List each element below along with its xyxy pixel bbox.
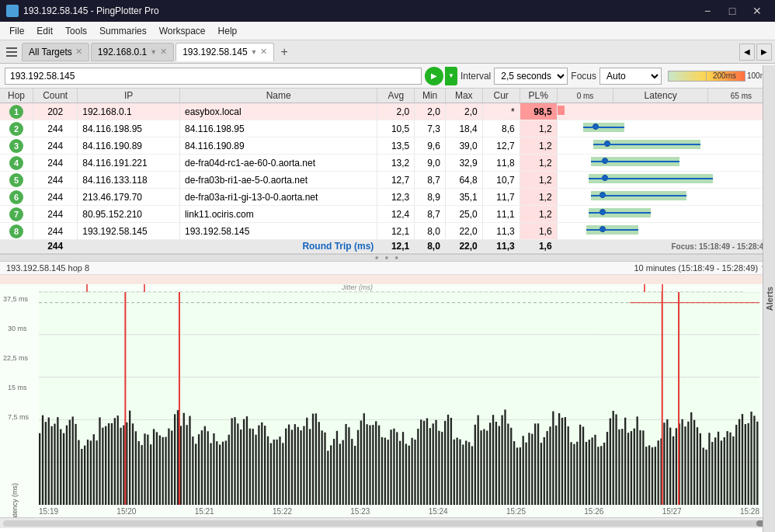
time-1520: 15!20 xyxy=(116,507,136,516)
hop-count: 202 xyxy=(33,103,78,120)
hop-name: de-fra03a-ri1-gi-13-0-0.aorta.net xyxy=(179,189,377,206)
hop-avg: 13,2 xyxy=(377,155,415,172)
tab-menu-button[interactable] xyxy=(3,43,20,61)
time-1521: 15:21 xyxy=(195,507,214,516)
hop-max: 39,0 xyxy=(445,137,482,155)
hop-avg: 10,5 xyxy=(377,120,415,137)
table-row[interactable]: 6244213.46.179.70de-fra03a-ri1-gi-13-0-0… xyxy=(0,189,775,206)
nav-arrows: ◀ ▶ xyxy=(739,43,772,61)
menu-help[interactable]: Help xyxy=(212,24,244,38)
latency-scale: 100ms 200ms xyxy=(668,68,770,85)
svg-text:Jitter (ms): Jitter (ms) xyxy=(341,283,373,291)
focus-select[interactable]: Auto Manual xyxy=(599,68,662,85)
summary-empty xyxy=(78,240,180,253)
hop-number: 4 xyxy=(0,155,33,172)
hop-min: 8,9 xyxy=(415,189,446,206)
hop-min: 8,7 xyxy=(415,206,446,223)
time-1523: 15:23 xyxy=(350,507,370,516)
chart-area: 193.192.58.145 hop 8 10 minutes (15:18:4… xyxy=(0,262,775,532)
tab-all-targets-close[interactable]: ✕ xyxy=(75,47,82,57)
hop-ip: 84.116.190.89 xyxy=(78,137,180,155)
hop-count: 244 xyxy=(33,206,78,223)
table-row[interactable]: 224484.116.198.9584.116.198.9510,57,318,… xyxy=(0,120,775,137)
tab-193-close[interactable]: ✕ xyxy=(260,47,267,57)
scrollbar-track[interactable] xyxy=(3,520,772,527)
hop-avg: 13,5 xyxy=(377,137,415,155)
col-max: Max xyxy=(445,89,482,103)
maximize-button[interactable]: □ xyxy=(721,2,744,19)
svg-rect-1 xyxy=(0,275,775,284)
address-input[interactable]: 193.192.58.145 xyxy=(5,68,422,85)
hop-count: 244 xyxy=(33,120,78,137)
hop-min: 7,3 xyxy=(415,120,446,137)
hop-latency-bar xyxy=(557,189,774,206)
hop-pl: 98,5 xyxy=(520,103,557,120)
resize-handle[interactable]: • • • xyxy=(0,254,775,262)
summary-max: 22,0 xyxy=(445,240,482,253)
hop-avg: 12,4 xyxy=(377,206,415,223)
col-min: Min xyxy=(415,89,446,103)
svg-text:15 ms: 15 ms xyxy=(8,384,27,391)
hop-pl: 1,6 xyxy=(520,223,557,240)
hop-cur: 11,8 xyxy=(482,155,520,172)
tab-192[interactable]: 192.168.0.1 ▼ ✕ xyxy=(91,43,174,61)
hop-max: 25,0 xyxy=(445,206,482,223)
menu-workspace[interactable]: Workspace xyxy=(153,24,212,38)
col-ip: IP xyxy=(78,89,180,103)
tab-all-targets[interactable]: All Targets ✕ xyxy=(22,43,89,61)
title-bar: 193.192.58.145 - PingPlotter Pro − □ ✕ xyxy=(0,0,775,22)
hop-avg: 12,1 xyxy=(377,223,415,240)
nav-forward[interactable]: ▶ xyxy=(756,43,772,61)
minimize-button[interactable]: − xyxy=(696,2,719,19)
tab-193-label: 193.192.58.145 xyxy=(182,47,247,57)
hop-max: 18,4 xyxy=(445,120,482,137)
hop-pl: 1,2 xyxy=(520,155,557,172)
hop-cur: 8,6 xyxy=(482,120,520,137)
menu-tools[interactable]: Tools xyxy=(59,24,93,38)
hop-cur: 10,7 xyxy=(482,172,520,189)
play-dropdown-button[interactable]: ▼ xyxy=(445,67,457,85)
tab-all-targets-label: All Targets xyxy=(29,47,72,57)
table-row[interactable]: 724480.95.152.210link11.ociris.com12,48,… xyxy=(0,206,775,223)
tab-193[interactable]: 193.192.58.145 ▼ ✕ xyxy=(176,43,274,61)
hop-cur: 11,7 xyxy=(482,189,520,206)
hop-name: 84.116.198.95 xyxy=(179,120,377,137)
menu-edit[interactable]: Edit xyxy=(30,24,59,38)
scale-bar-100 xyxy=(668,71,707,82)
col-latency-left: 0 ms xyxy=(557,89,613,103)
menu-file[interactable]: File xyxy=(3,24,30,38)
close-button[interactable]: ✕ xyxy=(745,2,769,19)
chart-canvas xyxy=(39,292,759,505)
table-row[interactable]: 8244193.192.58.145193.192.58.14512,18,02… xyxy=(0,223,775,240)
scale-200-label: 200ms xyxy=(713,71,736,80)
interval-label: Interval xyxy=(460,71,491,82)
alerts-sidebar[interactable]: Alerts xyxy=(763,65,775,532)
hop-avg: 2,0 xyxy=(377,103,415,120)
play-button[interactable]: ▶ xyxy=(425,67,443,85)
chart-time-range[interactable]: 10 minutes (15:18:49 - 15:28:49) ▼ xyxy=(634,263,769,273)
focus-label: Focus xyxy=(571,71,596,82)
hop-cur: 11,1 xyxy=(482,206,520,223)
table-row[interactable]: 424484.116.191.221de-fra04d-rc1-ae-60-0.… xyxy=(0,155,775,172)
hop-table-body: 1202192.168.0.1easybox.local2,02,02,0*98… xyxy=(0,103,775,253)
table-row[interactable]: 524484.116.133.118de-fra03b-ri1-ae-5-0.a… xyxy=(0,172,775,189)
menu-summaries[interactable]: Summaries xyxy=(93,24,153,38)
toolbar: 193.192.58.145 ▶ ▼ Interval 2,5 seconds … xyxy=(0,64,775,89)
table-row[interactable]: 324484.116.190.8984.116.190.8913,59,639,… xyxy=(0,137,775,155)
hop-number: 2 xyxy=(0,120,33,137)
summary-empty xyxy=(0,240,33,253)
time-1528: 15:28 xyxy=(740,507,759,516)
hop-number: 6 xyxy=(0,189,33,206)
tab-add-button[interactable]: + xyxy=(277,45,290,59)
nav-back[interactable]: ◀ xyxy=(739,43,755,61)
tab-192-close[interactable]: ✕ xyxy=(160,47,167,57)
chart-scrollbar[interactable] xyxy=(0,517,775,528)
time-1525: 15:25 xyxy=(506,507,526,516)
table-row[interactable]: 1202192.168.0.1easybox.local2,02,02,0*98… xyxy=(0,103,775,120)
hop-number: 5 xyxy=(0,172,33,189)
interval-select[interactable]: 2,5 seconds 5 seconds 10 seconds xyxy=(494,68,568,85)
hop-pl: 1,2 xyxy=(520,120,557,137)
col-hop: Hop xyxy=(0,89,33,103)
summary-cur: 11,3 xyxy=(482,240,520,253)
hop-max: 35,1 xyxy=(445,189,482,206)
